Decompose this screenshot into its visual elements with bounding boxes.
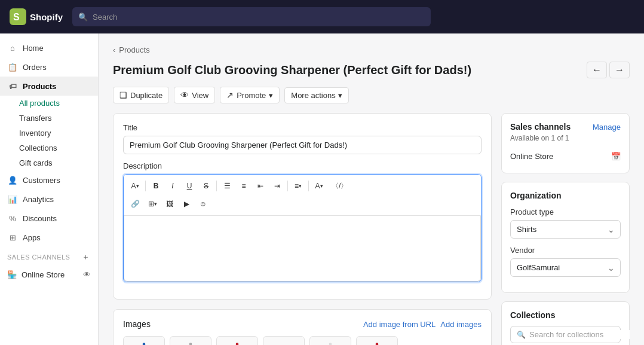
sidebar-item-online-store[interactable]: 🏪 Online Store 👁	[0, 267, 98, 282]
page-title: Premium Golf Club Grooving Sharpener (Pe…	[113, 63, 471, 77]
sales-channels-title: Sales channels	[510, 122, 571, 132]
svg-rect-2	[143, 343, 145, 345]
ordered-list-button[interactable]: ≡	[236, 178, 252, 194]
image-thumb-5[interactable]	[309, 336, 351, 345]
sidebar-item-apps[interactable]: ⊞ Apps	[0, 228, 98, 247]
bold-button[interactable]: B	[148, 178, 164, 194]
sidebar-item-orders[interactable]: 📋 Orders	[0, 57, 98, 77]
duplicate-icon: ❑	[119, 90, 127, 100]
back-arrow-icon[interactable]: ‹	[113, 45, 115, 54]
images-title: Images	[123, 319, 151, 329]
text-format-button[interactable]: A▾	[127, 178, 143, 194]
underline-button[interactable]: U	[182, 178, 197, 194]
vendor-select-wrapper: GolfSamurai	[510, 258, 621, 277]
image-button[interactable]: 🖼	[162, 196, 177, 212]
product-image-6	[362, 342, 392, 345]
sidebar-item-collections[interactable]: Collections	[0, 141, 98, 155]
link-button[interactable]: 🔗	[127, 196, 143, 212]
search-input[interactable]	[93, 13, 425, 22]
sidebar-item-transfers[interactable]: Transfers	[0, 111, 98, 126]
html-button[interactable]: 〈/〉	[328, 178, 351, 194]
discounts-icon: %	[7, 213, 18, 224]
calendar-icon[interactable]: 📅	[611, 152, 621, 161]
description-textarea[interactable]	[124, 216, 481, 282]
editor-toolbar: A▾ B I U S ☰ ≡ ⇤ ⇥	[124, 175, 481, 216]
products-icon: 🏷	[7, 81, 18, 91]
product-image-2	[176, 342, 206, 345]
view-button[interactable]: 👁 View	[174, 87, 215, 103]
shopify-icon: S	[10, 8, 26, 25]
prev-button[interactable]: ←	[587, 62, 607, 78]
images-grid	[123, 336, 482, 345]
toolbar-sep-3	[287, 181, 288, 191]
image-thumb-4[interactable]	[263, 336, 305, 345]
title-input[interactable]	[123, 136, 482, 154]
sidebar-item-analytics[interactable]: 📊 Analytics	[0, 190, 98, 209]
channel-item-online-store: Online Store 📅	[510, 148, 621, 164]
toolbar-sep-2	[216, 181, 217, 191]
action-bar: ❑ Duplicate 👁 View ↗ Promote ▾ More acti…	[113, 87, 630, 103]
logo: S shopify	[10, 8, 63, 25]
sidebar-item-customers[interactable]: 👤 Customers	[0, 170, 98, 190]
app-body: ⌂ Home 📋 Orders 🏷 Products All products …	[0, 33, 644, 345]
sidebar-label-products: Products	[23, 82, 56, 91]
table-button[interactable]: ⊞▾	[145, 196, 161, 212]
toolbar-sep-1	[145, 181, 146, 191]
home-icon: ⌂	[7, 42, 18, 53]
sidebar-label-discounts: Discounts	[23, 214, 57, 223]
sidebar-label-inventory: Inventory	[19, 129, 51, 138]
sidebar-item-products[interactable]: 🏷 Products	[0, 77, 98, 96]
sidebar-item-home[interactable]: ⌂ Home	[0, 38, 98, 57]
indent-decrease-button[interactable]: ⇤	[253, 178, 268, 194]
sidebar-label-home: Home	[23, 44, 44, 53]
apps-icon: ⊞	[7, 232, 18, 243]
product-type-select[interactable]: Shirts	[510, 220, 621, 239]
sidebar-item-all-products[interactable]: All products	[0, 96, 98, 111]
align-button[interactable]: ≡▾	[290, 178, 306, 194]
eye-icon[interactable]: 👁	[83, 270, 91, 279]
breadcrumb-link[interactable]: Products	[119, 45, 149, 54]
breadcrumb: ‹ Products	[113, 45, 630, 54]
manage-link[interactable]: Manage	[593, 123, 621, 132]
sidebar-label-customers: Customers	[23, 176, 60, 185]
description-field-row: Description A▾ B I U S	[123, 161, 482, 282]
images-card: Images Add image from URL Add images	[113, 309, 492, 345]
italic-button[interactable]: I	[165, 178, 180, 194]
sidebar-item-gift-cards[interactable]: Gift cards	[0, 155, 98, 170]
store-icon: 🏪	[7, 270, 17, 279]
add-images-button[interactable]: Add images	[440, 320, 482, 329]
image-thumb-3[interactable]	[216, 336, 258, 345]
online-store-label: Online Store	[22, 270, 65, 279]
sidebar-label-apps: Apps	[23, 233, 41, 242]
image-thumb-6[interactable]	[356, 336, 398, 345]
search-collections-input[interactable]	[529, 330, 630, 339]
images-actions: Add image from URL Add images	[363, 320, 482, 329]
vendor-select[interactable]: GolfSamurai	[510, 258, 621, 277]
indent-increase-button[interactable]: ⇥	[269, 178, 285, 194]
font-color-button[interactable]: A▾	[311, 178, 327, 194]
search-bar[interactable]: 🔍	[72, 7, 431, 26]
promote-button[interactable]: ↗ Promote ▾	[220, 87, 280, 103]
emoji-button[interactable]: ☺	[195, 196, 211, 212]
image-thumb-1[interactable]	[123, 336, 165, 345]
sidebar: ⌂ Home 📋 Orders 🏷 Products All products …	[0, 33, 99, 345]
more-actions-button[interactable]: More actions ▾	[284, 87, 348, 103]
duplicate-button[interactable]: ❑ Duplicate	[113, 87, 169, 103]
strikethrough-button[interactable]: S	[198, 178, 214, 194]
image-thumb-2[interactable]	[170, 336, 211, 345]
orders-icon: 📋	[7, 62, 18, 72]
next-button[interactable]: →	[609, 62, 630, 78]
promote-icon: ↗	[226, 90, 234, 100]
sidebar-label-gift-cards: Gift cards	[19, 158, 53, 167]
collections-title: Collections	[510, 310, 621, 320]
add-sales-channel-button[interactable]: ＋	[80, 252, 91, 262]
add-image-url-button[interactable]: Add image from URL	[363, 320, 436, 329]
bullet-list-button[interactable]: ☰	[219, 178, 235, 194]
svg-rect-5	[189, 343, 192, 345]
video-button[interactable]: ▶	[179, 196, 194, 212]
sidebar-item-discounts[interactable]: % Discounts	[0, 209, 98, 228]
vendor-label: Vendor	[510, 246, 621, 255]
sidebar-item-inventory[interactable]: Inventory	[0, 126, 98, 141]
product-type-row: Product type Shirts	[510, 207, 621, 239]
images-header: Images Add image from URL Add images	[123, 319, 482, 329]
